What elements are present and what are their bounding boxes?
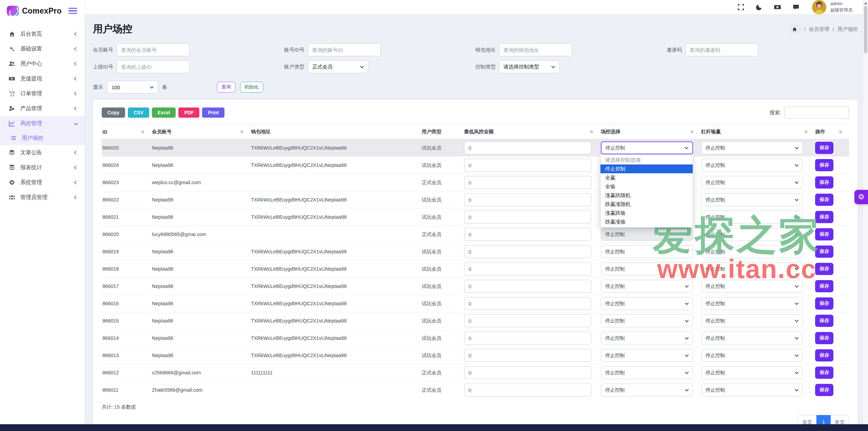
min-risk-input[interactable] [464, 332, 591, 345]
save-button[interactable]: 保存 [815, 280, 833, 292]
save-button[interactable]: 保存 [815, 194, 833, 206]
menu-toggle-icon[interactable] [68, 6, 77, 16]
column-header-0[interactable]: ID⇅ [102, 124, 151, 139]
sidebar-item-5[interactable]: 产品管理 [0, 101, 85, 116]
sort-icon[interactable]: ⇅ [590, 130, 593, 134]
save-button[interactable]: 保存 [815, 159, 833, 171]
min-risk-input[interactable] [464, 159, 591, 172]
save-button[interactable]: 保存 [815, 246, 833, 258]
leverage-select[interactable]: 停止控制 [701, 366, 803, 379]
control-select[interactable]: 停止控制 [601, 384, 693, 396]
control-select[interactable]: 停止控制 [601, 262, 693, 275]
dropdown-option-5[interactable]: 跌赢涨随机 [600, 200, 693, 209]
wallet-address-input[interactable] [499, 43, 572, 56]
sort-icon[interactable]: ⇅ [690, 130, 694, 134]
control-select[interactable]: 停止控制 [601, 228, 693, 241]
control-select[interactable]: 停止控制 [601, 366, 693, 379]
control-select[interactable]: 停止控制 [601, 349, 693, 362]
min-risk-input[interactable] [464, 228, 591, 241]
export-csv-button[interactable]: CSV [128, 107, 149, 118]
sidebar-item-sub-7[interactable]: 用户场控 [0, 131, 85, 145]
column-header-7[interactable]: 操作⇅ [814, 124, 849, 139]
column-header-6[interactable]: 杠杆输赢⇅ [701, 124, 814, 139]
min-risk-input[interactable] [464, 314, 591, 327]
leverage-select[interactable]: 停止控制 [701, 211, 803, 223]
leverage-select[interactable]: 停止控制 [701, 228, 803, 241]
sort-icon[interactable]: ⇅ [804, 130, 808, 134]
column-header-4[interactable]: 最低风控金额⇅ [463, 124, 600, 139]
control-select[interactable]: 停止控制 [601, 245, 693, 258]
sidebar-item-0[interactable]: 后台首页 [0, 26, 85, 41]
save-button[interactable]: 保存 [815, 349, 833, 361]
control-select[interactable]: 停止控制 [601, 297, 693, 310]
save-button[interactable]: 保存 [815, 384, 833, 396]
min-risk-input[interactable] [464, 349, 591, 362]
dropdown-option-4[interactable]: 涨赢跌随机 [600, 191, 693, 200]
sidebar-item-1[interactable]: 基础设置 [0, 41, 85, 56]
brand[interactable]: ComexPro [7, 6, 62, 16]
save-button[interactable]: 保存 [815, 297, 833, 310]
save-button[interactable]: 保存 [815, 228, 833, 240]
control-type-select[interactable]: 请选择控制类型 [499, 60, 559, 73]
column-header-1[interactable]: 会员账号⇅ [151, 124, 250, 139]
dark-mode-icon[interactable] [755, 3, 763, 11]
min-risk-input[interactable] [464, 262, 591, 275]
save-button[interactable]: 保存 [815, 176, 833, 189]
account-type-select[interactable]: 正式会员 [308, 60, 368, 73]
export-excel-button[interactable]: Excel [152, 107, 176, 118]
search-input[interactable] [785, 106, 849, 119]
account-id-input[interactable] [308, 43, 381, 56]
leverage-select[interactable]: 停止控制 [701, 159, 803, 172]
save-button[interactable]: 保存 [815, 263, 833, 275]
sidebar-item-2[interactable]: 用户中心 [0, 56, 85, 71]
leverage-select[interactable]: 停止控制 [701, 332, 803, 345]
save-button[interactable]: 保存 [815, 367, 833, 379]
messages-icon[interactable] [792, 3, 800, 11]
dropdown-option-2[interactable]: 全赢 [600, 173, 693, 182]
leverage-select[interactable]: 停止控制 [701, 245, 803, 258]
save-button[interactable]: 保存 [815, 332, 833, 344]
fullscreen-icon[interactable] [737, 3, 745, 11]
page-scrollbar[interactable] [863, 0, 868, 424]
breadcrumb-section[interactable]: 会员管理 [809, 26, 829, 33]
min-risk-input[interactable] [464, 297, 591, 310]
invite-code-input[interactable] [685, 43, 758, 56]
leverage-select[interactable]: 停止控制 [701, 176, 803, 189]
parent-id-input[interactable] [117, 60, 190, 73]
sidebar-item-9[interactable]: 报表统计 [0, 160, 85, 175]
scrollbar-up-arrow[interactable] [864, 2, 867, 4]
min-risk-input[interactable] [464, 384, 591, 396]
min-risk-input[interactable] [464, 280, 591, 293]
export-print-button[interactable]: Print [202, 107, 224, 118]
save-button[interactable]: 保存 [815, 211, 833, 223]
export-copy-button[interactable]: Copy [102, 107, 125, 118]
sidebar-item-6[interactable]: 风控管理 [0, 116, 85, 131]
member-account-input[interactable] [117, 43, 190, 56]
sidebar-item-8[interactable]: 文章公告 [0, 145, 85, 160]
leverage-select[interactable]: 停止控制 [701, 349, 803, 362]
sort-icon[interactable]: ⇅ [240, 130, 243, 134]
control-select[interactable]: 停止控制 [601, 141, 693, 154]
leverage-select[interactable]: 停止控制 [701, 141, 803, 154]
control-select[interactable]: 停止控制 [601, 280, 693, 293]
min-risk-input[interactable] [464, 141, 591, 154]
sidebar-item-10[interactable]: 系统管理 [0, 175, 85, 190]
query-button[interactable]: 查询 [217, 82, 235, 93]
leverage-select[interactable]: 停止控制 [701, 384, 803, 396]
save-button[interactable]: 保存 [815, 315, 833, 327]
export-pdf-button[interactable]: PDF [178, 107, 199, 118]
sort-icon[interactable]: ⇅ [839, 130, 842, 134]
dropdown-option-7[interactable]: 跌赢涨输 [600, 217, 693, 226]
column-header-5[interactable]: 场控选择⇅ [600, 124, 701, 139]
wallet-icon[interactable] [773, 3, 782, 11]
save-button[interactable]: 保存 [815, 142, 833, 154]
min-risk-input[interactable] [464, 211, 591, 223]
min-risk-input[interactable] [464, 193, 591, 206]
leverage-select[interactable]: 停止控制 [701, 297, 803, 310]
sort-icon[interactable]: ⇅ [141, 130, 144, 134]
control-select[interactable]: 停止控制 [601, 314, 693, 327]
min-risk-input[interactable] [464, 176, 591, 189]
leverage-select[interactable]: 停止控制 [701, 314, 803, 327]
sidebar-item-3[interactable]: 充值提现 [0, 71, 85, 86]
dropdown-option-1[interactable]: 停止控制 [600, 164, 693, 173]
